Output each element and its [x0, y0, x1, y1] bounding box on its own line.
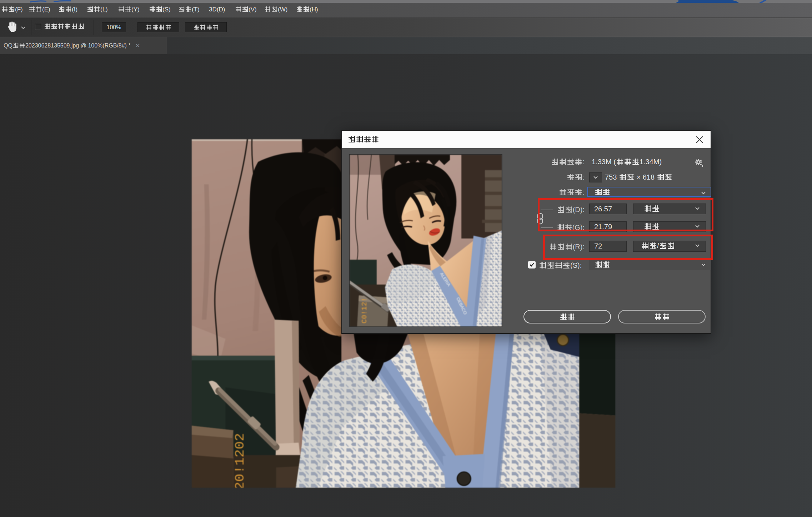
svg-text:20!1202: 20!1202	[232, 433, 247, 488]
svg-text:C0!12!: C0!12!	[360, 297, 369, 323]
